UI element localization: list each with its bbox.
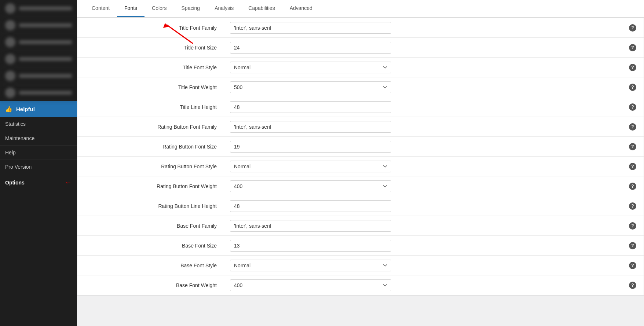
label-rating-font-style: Rating Button Font Style <box>85 164 224 169</box>
input-base-font-family[interactable] <box>230 220 391 232</box>
tab-capabilities[interactable]: Capabilities <box>241 0 282 17</box>
settings-row-rating-font-weight: Rating Button Font Weight 100200300 4005… <box>77 176 644 196</box>
label-title-font-family: Title Font Family <box>85 25 224 31</box>
control-title-font-style: Normal Italic Oblique <box>230 62 391 73</box>
sidebar-item-statistics[interactable]: Statistics <box>0 117 77 131</box>
sidebar-menu-items: 👍 Helpful Statistics Maintenance Help Pr… <box>0 0 77 191</box>
settings-row-rating-line-height: Rating Button Line Height ? <box>77 196 644 216</box>
tab-content[interactable]: Content <box>84 0 117 17</box>
help-icon-title-font-family[interactable]: ? <box>629 24 636 32</box>
label-title-font-size: Title Font Size <box>85 45 224 51</box>
settings-row-rating-font-family: Rating Button Font Family ? <box>77 117 644 137</box>
control-rating-font-family <box>230 121 391 133</box>
label-base-font-style: Base Font Style <box>85 263 224 268</box>
settings-row-title-font-weight: Title Font Weight 100200300400 500600700… <box>77 77 644 97</box>
tab-spacing[interactable]: Spacing <box>174 0 208 17</box>
label-title-font-weight: Title Font Weight <box>85 84 224 90</box>
select-title-font-style[interactable]: Normal Italic Oblique <box>230 62 391 73</box>
settings-row-base-font-size: Base Font Size ? <box>77 236 644 256</box>
sidebar-item-pro-version-label: Pro Version <box>5 164 32 170</box>
help-icon-title-font-weight[interactable]: ? <box>629 84 636 91</box>
help-icon-rating-font-size[interactable]: ? <box>629 143 636 150</box>
select-rating-font-style[interactable]: Normal Italic Oblique <box>230 161 391 172</box>
sidebar-blurred-item-5 <box>0 67 77 84</box>
sidebar-top: 👍 Helpful Statistics Maintenance Help Pr… <box>0 0 77 326</box>
help-icon-rating-line-height[interactable]: ? <box>629 202 636 210</box>
tab-advanced[interactable]: Advanced <box>282 0 320 17</box>
control-title-font-weight: 100200300400 500600700800900 <box>230 81 391 93</box>
control-base-font-weight: 100200300 400500600 700800900 <box>230 279 391 291</box>
help-icon-title-font-size[interactable]: ? <box>629 44 636 51</box>
help-icon-base-font-weight[interactable]: ? <box>629 282 636 289</box>
control-rating-line-height <box>230 200 391 212</box>
sidebar-blurred-item-4 <box>0 51 77 67</box>
label-base-font-family: Base Font Family <box>85 223 224 229</box>
label-title-font-style: Title Font Style <box>85 65 224 70</box>
input-title-line-height[interactable] <box>230 101 391 113</box>
input-base-font-size[interactable] <box>230 240 391 252</box>
label-rating-font-weight: Rating Button Font Weight <box>85 183 224 189</box>
control-title-font-family <box>230 22 391 34</box>
control-base-font-style: Normal Italic Oblique <box>230 260 391 271</box>
label-rating-line-height: Rating Button Line Height <box>85 203 224 209</box>
settings-row-rating-font-style: Rating Button Font Style Normal Italic O… <box>77 157 644 176</box>
help-icon-rating-font-family[interactable]: ? <box>629 123 636 131</box>
red-arrow-options-icon: ← <box>65 178 72 187</box>
control-title-line-height <box>230 101 391 113</box>
sidebar: 👍 Helpful Statistics Maintenance Help Pr… <box>0 0 77 326</box>
sidebar-item-options-label: Options <box>5 180 25 186</box>
tabs-bar: Content Fonts Colors Spacing Analysis Ca… <box>77 0 644 18</box>
control-title-font-size <box>230 42 391 54</box>
tab-colors[interactable]: Colors <box>144 0 174 17</box>
main-content: Content Fonts Colors Spacing Analysis Ca… <box>77 0 644 326</box>
sidebar-item-pro-version[interactable]: Pro Version <box>0 160 77 174</box>
select-base-font-weight[interactable]: 100200300 400500600 700800900 <box>230 279 391 291</box>
help-icon-base-font-size[interactable]: ? <box>629 242 636 249</box>
settings-row-base-font-family: Base Font Family ? <box>77 216 644 236</box>
sidebar-item-helpful[interactable]: 👍 Helpful <box>0 101 77 117</box>
settings-row-title-line-height: Title Line Height ? <box>77 97 644 117</box>
input-title-font-family[interactable] <box>230 22 391 34</box>
sidebar-blurred-item-2 <box>0 17 77 34</box>
sidebar-active-label: Helpful <box>16 106 35 112</box>
label-rating-font-family: Rating Button Font Family <box>85 124 224 130</box>
sidebar-item-options[interactable]: Options ← <box>0 174 77 191</box>
sidebar-item-maintenance[interactable]: Maintenance <box>0 131 77 146</box>
label-base-font-size: Base Font Size <box>85 243 224 249</box>
sidebar-item-statistics-label: Statistics <box>5 121 26 127</box>
select-rating-font-weight[interactable]: 100200300 400500600 700800900 <box>230 180 391 192</box>
select-title-font-weight[interactable]: 100200300400 500600700800900 <box>230 81 391 93</box>
input-rating-font-family[interactable] <box>230 121 391 133</box>
help-icon-rating-font-style[interactable]: ? <box>629 163 636 170</box>
sidebar-blurred-item-1 <box>0 0 77 17</box>
help-icon-base-font-style[interactable]: ? <box>629 262 636 269</box>
settings-area: Title Font Family ? Title Font Size ? Ti… <box>77 18 644 296</box>
tab-analysis[interactable]: Analysis <box>207 0 241 17</box>
input-rating-line-height[interactable] <box>230 200 391 212</box>
settings-row-title-font-size: Title Font Size ? <box>77 38 644 58</box>
help-icon-title-font-style[interactable]: ? <box>629 64 636 71</box>
settings-row-base-font-style: Base Font Style Normal Italic Oblique ? <box>77 256 644 275</box>
control-rating-font-size <box>230 141 391 153</box>
label-base-font-weight: Base Font Weight <box>85 282 224 288</box>
thumb-up-icon: 👍 <box>5 106 12 113</box>
input-title-font-size[interactable] <box>230 42 391 54</box>
sidebar-item-help[interactable]: Help <box>0 146 77 160</box>
control-rating-font-weight: 100200300 400500600 700800900 <box>230 180 391 192</box>
input-rating-font-size[interactable] <box>230 141 391 153</box>
label-title-line-height: Title Line Height <box>85 104 224 110</box>
control-base-font-family <box>230 220 391 232</box>
label-rating-font-size: Rating Button Font Size <box>85 144 224 150</box>
sidebar-blurred-item-6 <box>0 84 77 101</box>
help-icon-base-font-family[interactable]: ? <box>629 222 636 230</box>
settings-row-title-font-style: Title Font Style Normal Italic Oblique ? <box>77 58 644 77</box>
select-base-font-style[interactable]: Normal Italic Oblique <box>230 260 391 271</box>
control-base-font-size <box>230 240 391 252</box>
settings-row-base-font-weight: Base Font Weight 100200300 400500600 700… <box>77 275 644 295</box>
tab-fonts[interactable]: Fonts <box>117 0 144 17</box>
help-icon-title-line-height[interactable]: ? <box>629 103 636 111</box>
sidebar-item-help-label: Help <box>5 150 16 155</box>
sidebar-blurred-item-3 <box>0 34 77 51</box>
help-icon-rating-font-weight[interactable]: ? <box>629 183 636 190</box>
control-rating-font-style: Normal Italic Oblique <box>230 161 391 172</box>
